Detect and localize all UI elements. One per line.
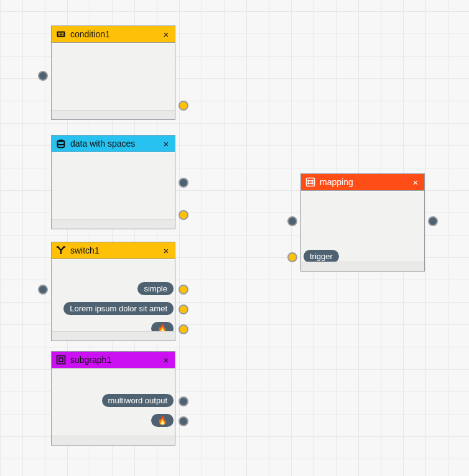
port-label: Lorem ipsum dolor sit amet (63, 302, 174, 315)
switch-icon (55, 245, 67, 256)
database-icon (55, 138, 67, 149)
node-header[interactable]: subgraph1 × (52, 352, 175, 368)
port-out-data[interactable] (179, 324, 188, 334)
node-header[interactable]: mapping × (301, 174, 424, 191)
node-body: trigger (301, 191, 424, 271)
close-icon[interactable]: × (161, 355, 171, 365)
node-title: mapping (320, 174, 411, 190)
port-out-data[interactable] (179, 210, 188, 220)
port-label: simple (137, 282, 174, 295)
port-out-exec[interactable] (179, 396, 188, 406)
svg-point-5 (58, 140, 65, 142)
node-title: switch1 (70, 242, 161, 259)
close-icon[interactable]: × (161, 30, 171, 39)
port-out-exec[interactable] (179, 178, 188, 188)
port-out-exec[interactable] (179, 416, 188, 426)
node-header[interactable]: data with spaces × (52, 135, 175, 152)
port-out-data[interactable] (179, 101, 188, 111)
port-out-data[interactable] (179, 285, 188, 295)
node-body (52, 152, 175, 229)
port-out-exec[interactable] (428, 216, 438, 226)
svg-rect-1 (58, 33, 61, 34)
port-in-exec[interactable] (38, 285, 48, 295)
port-label: multiword output (102, 394, 174, 407)
port-out-data[interactable] (179, 304, 188, 314)
svg-rect-8 (307, 178, 315, 186)
condition-icon (55, 29, 67, 40)
port-in-exec[interactable] (287, 216, 297, 226)
node-title: subgraph1 (70, 352, 161, 368)
port-in-exec[interactable] (38, 71, 48, 81)
close-icon[interactable]: × (411, 178, 420, 187)
close-icon[interactable]: × (161, 246, 171, 255)
node-subgraph1[interactable]: subgraph1 × multiword output 🔥 (51, 351, 175, 446)
svg-rect-4 (62, 35, 64, 36)
port-label-fire: 🔥 (151, 414, 174, 427)
close-icon[interactable]: × (161, 139, 171, 149)
port-label-fire: 🔥 (151, 322, 174, 335)
node-body: multiword output 🔥 (52, 368, 175, 445)
node-mapping1[interactable]: mapping × trigger (300, 173, 425, 272)
node-body (52, 43, 175, 119)
diagram-canvas[interactable]: condition1 × data with spaces × switch1 (0, 0, 469, 476)
node-body: simple Lorem ipsum dolor sit amet 🔥 (52, 259, 175, 341)
subgraph-icon (55, 354, 67, 365)
node-header[interactable]: switch1 × (52, 242, 175, 259)
svg-rect-6 (57, 356, 65, 364)
svg-rect-3 (58, 35, 61, 36)
svg-rect-0 (57, 32, 65, 37)
node-data1[interactable]: data with spaces × (51, 135, 175, 229)
port-label: trigger (304, 250, 339, 263)
hash-icon (305, 176, 316, 188)
node-switch1[interactable]: switch1 × simple Lorem ipsum dolor sit a… (51, 242, 175, 341)
node-header[interactable]: condition1 × (52, 26, 175, 43)
node-condition1[interactable]: condition1 × (51, 25, 175, 120)
svg-rect-2 (62, 33, 64, 34)
svg-rect-7 (59, 358, 63, 362)
node-title: data with spaces (70, 135, 161, 152)
port-in-data[interactable] (287, 252, 297, 262)
node-title: condition1 (70, 26, 161, 42)
